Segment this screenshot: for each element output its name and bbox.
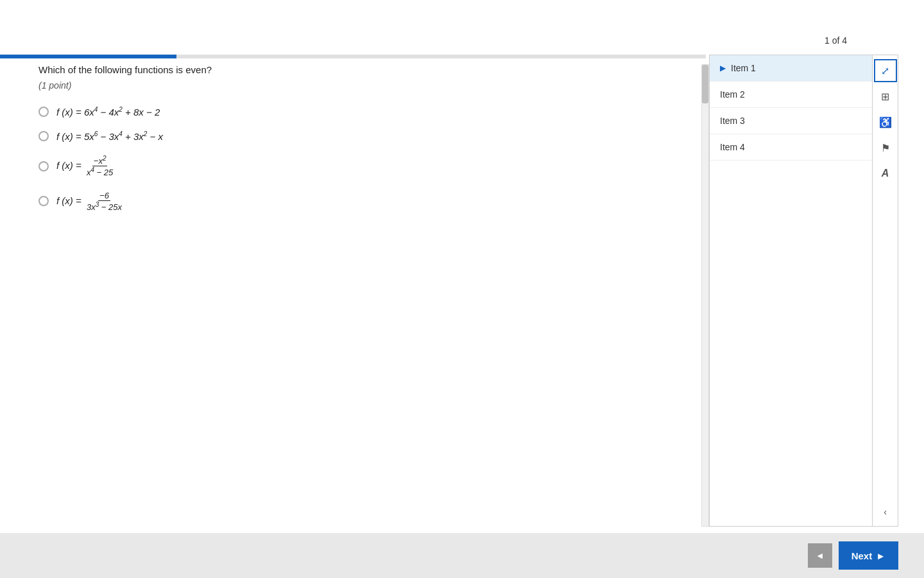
sidebar-item-2[interactable]: Item 2 (710, 82, 872, 108)
sidebar-item-3[interactable]: Item 3 (710, 108, 872, 134)
expand-icon: ⤢ (881, 65, 889, 77)
active-arrow-icon: ▶ (720, 64, 726, 73)
next-button[interactable]: Next ► (839, 541, 898, 570)
answer-c-text: f (x) = −x2 x4 − 25 (56, 155, 116, 178)
question-text: Which of the following functions is even… (38, 64, 693, 75)
sidebar-items-list: ▶ Item 1 Item 2 Item 3 Item 4 (709, 55, 873, 527)
sidebar-item-1-label: Item 1 (731, 63, 756, 73)
sidebar-item-4-label: Item 4 (720, 142, 745, 152)
expand-icon-btn[interactable]: ⤢ (874, 59, 897, 82)
fraction-c: −x2 x4 − 25 (85, 155, 114, 178)
progress-bar-container (0, 55, 706, 58)
answer-a-text: f (x) = 6x4 − 4x2 + 8x − 2 (56, 106, 160, 118)
sidebar-item-3-label: Item 3 (720, 116, 745, 126)
next-label: Next (851, 550, 873, 561)
answer-b-text: f (x) = 5x6 − 3x4 + 3x2 − x (56, 130, 163, 142)
annotation-icon-btn[interactable]: A (874, 162, 897, 185)
scrollbar[interactable] (701, 64, 709, 527)
flag-icon-btn[interactable]: ⚑ (874, 136, 897, 159)
sidebar-item-1[interactable]: ▶ Item 1 (710, 55, 872, 82)
sidebar-collapse-btn[interactable]: ‹ (874, 500, 897, 523)
grid-icon-btn[interactable]: ⊞ (874, 85, 897, 108)
radio-a[interactable] (38, 107, 49, 117)
page-counter: 1 of 4 (825, 35, 847, 46)
main-content: Which of the following functions is even… (38, 64, 693, 527)
answer-option-c[interactable]: f (x) = −x2 x4 − 25 (38, 155, 693, 178)
progress-bar-fill (0, 55, 176, 58)
prev-button[interactable]: ◄ (808, 543, 832, 568)
answer-option-b[interactable]: f (x) = 5x6 − 3x4 + 3x2 − x (38, 130, 693, 142)
sidebar-item-2-label: Item 2 (720, 89, 745, 100)
denominator-c: x4 − 25 (85, 166, 114, 177)
answer-option-d[interactable]: f (x) = −6 3x3 − 25x (38, 191, 693, 212)
sidebar-item-4[interactable]: Item 4 (710, 134, 872, 161)
accessibility-icon-btn[interactable]: ♿ (874, 110, 897, 134)
numerator-d: −6 (98, 191, 110, 201)
accessibility-icon: ♿ (879, 116, 892, 128)
grid-icon: ⊞ (881, 91, 889, 103)
denominator-d: 3x3 − 25x (85, 201, 123, 212)
radio-d[interactable] (38, 196, 49, 206)
flag-icon: ⚑ (881, 142, 890, 154)
prev-arrow-icon: ◄ (816, 550, 825, 561)
fraction-d: −6 3x3 − 25x (85, 191, 123, 212)
numerator-c: −x2 (92, 155, 108, 166)
scroll-thumb[interactable] (702, 65, 708, 103)
radio-c[interactable] (38, 161, 49, 171)
bottom-navigation-bar: ◄ Next ► (0, 533, 924, 578)
chevron-left-icon: ‹ (884, 507, 887, 517)
radio-b[interactable] (38, 131, 49, 141)
point-text: (1 point) (38, 80, 693, 91)
annotation-icon: A (882, 168, 889, 179)
answer-option-a[interactable]: f (x) = 6x4 − 4x2 + 8x − 2 (38, 106, 693, 118)
next-arrow-icon: ► (876, 550, 886, 561)
sidebar: ▶ Item 1 Item 2 Item 3 Item 4 ⤢ ⊞ ♿ ⚑ A … (709, 55, 898, 527)
answer-d-text: f (x) = −6 3x3 − 25x (56, 191, 124, 212)
sidebar-icon-panel: ⤢ ⊞ ♿ ⚑ A ‹ (873, 55, 898, 527)
